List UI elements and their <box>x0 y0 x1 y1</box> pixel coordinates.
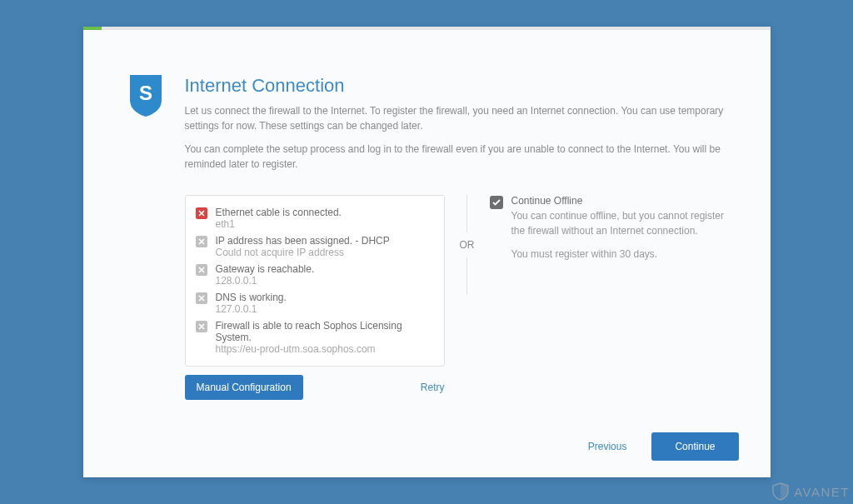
continue-button[interactable]: Continue <box>651 432 738 461</box>
status-item-gateway: Gateway is reachable. 128.0.0.1 <box>196 261 434 289</box>
continue-offline-note: You must register within 30 days. <box>511 247 726 262</box>
status-label: Gateway is reachable. <box>216 263 315 275</box>
continue-offline-checkbox[interactable] <box>490 196 503 209</box>
watermark-text: AVANET <box>794 485 850 499</box>
page-description-2: You can complete the setup process and l… <box>185 142 726 172</box>
status-detail: eth1 <box>216 218 342 230</box>
x-icon <box>196 207 207 219</box>
or-label: OR <box>460 232 475 257</box>
status-label: IP address has been assigned. - DHCP <box>216 235 390 247</box>
continue-offline-title: Continue Offline <box>511 195 726 207</box>
setup-window: S Internet Connection Let us connect the… <box>83 27 771 477</box>
status-label: DNS is working. <box>216 292 287 303</box>
status-item-dns: DNS is working. 127.0.0.1 <box>196 289 434 317</box>
previous-link[interactable]: Previous <box>588 441 627 452</box>
shield-icon <box>772 482 789 501</box>
status-label: Firewall is able to reach Sophos Licensi… <box>216 320 434 343</box>
status-item-ethernet: Ethernet cable is connected. eth1 <box>196 204 434 232</box>
status-detail: 127.0.0.1 <box>216 303 287 315</box>
status-item-ip: IP address has been assigned. - DHCP Cou… <box>196 232 434 261</box>
content-area: S Internet Connection Let us connect the… <box>83 30 771 421</box>
x-icon <box>196 292 207 304</box>
manual-configuration-button[interactable]: Manual Configuration <box>185 375 303 400</box>
svg-text:S: S <box>138 82 152 104</box>
status-detail: 128.0.0.1 <box>216 275 315 287</box>
page-title: Internet Connection <box>185 75 726 97</box>
sophos-logo-icon: S <box>128 75 163 421</box>
continue-offline-desc: You can continue offline, but you cannot… <box>511 208 726 238</box>
footer-bar: Previous Continue <box>83 421 771 477</box>
x-icon <box>196 321 207 332</box>
progress-bar <box>83 27 771 30</box>
page-description-1: Let us connect the firewall to the Inter… <box>185 103 726 133</box>
status-detail: Could not acquire IP address <box>216 247 390 258</box>
status-detail: https://eu-prod-utm.soa.sophos.com <box>216 343 434 355</box>
status-label: Ethernet cable is connected. <box>216 207 342 218</box>
status-item-licensing: Firewall is able to reach Sophos Licensi… <box>196 317 434 357</box>
x-icon <box>196 236 207 247</box>
connection-status-card: Ethernet cable is connected. eth1 IP add… <box>185 195 445 367</box>
avanet-watermark: AVANET <box>772 482 850 501</box>
or-divider: OR <box>445 195 490 295</box>
x-icon <box>196 264 207 276</box>
retry-link[interactable]: Retry <box>421 382 445 393</box>
